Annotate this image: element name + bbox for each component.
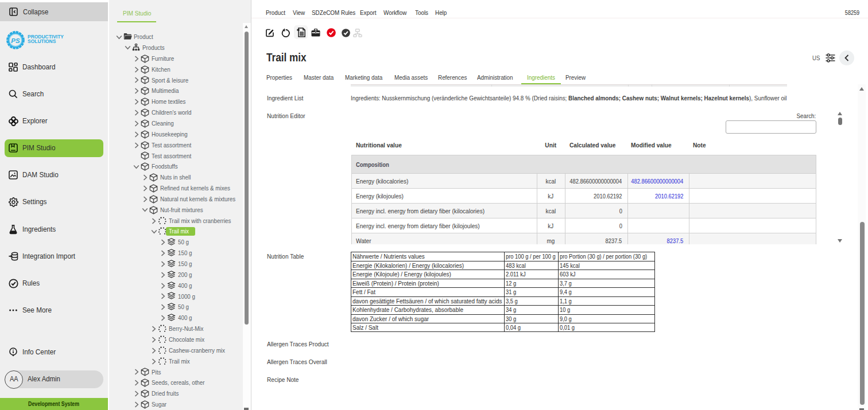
svg-text:PS: PS [11, 37, 20, 44]
